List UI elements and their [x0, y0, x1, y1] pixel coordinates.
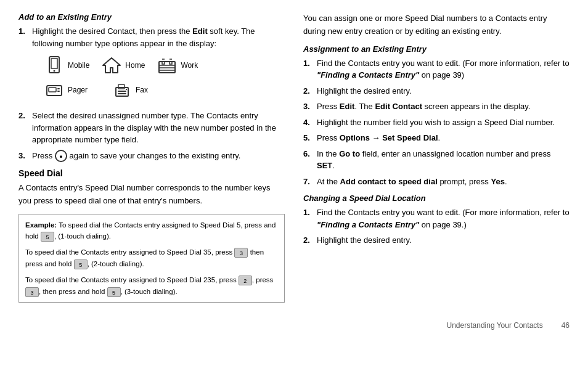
icon-row-2: Pager Fax [44, 80, 285, 100]
work-icon [157, 55, 177, 75]
step-3: 3. Press ● again to save your changes to… [18, 150, 285, 163]
home-icon-item: Home [102, 55, 145, 75]
svg-rect-4 [159, 62, 175, 73]
pager-icon [44, 80, 64, 100]
page-footer: Understanding Your Contacts 46 [18, 321, 570, 330]
left-column: Add to an Existing Entry 1. Highlight th… [18, 12, 285, 309]
right-step-5: 5. Press Options → Set Speed Dial. [303, 132, 570, 144]
fax-label: Fax [136, 84, 148, 96]
right-step-7: 7. At the Add contact to speed dial prom… [303, 176, 570, 188]
icon-row-1: Mobile Home [44, 55, 285, 75]
pager-icon-item: Pager [44, 80, 88, 100]
svg-rect-18 [118, 91, 126, 92]
changing-steps: 1. Find the Contacts entry you want to e… [303, 206, 570, 247]
right-step-3: 3. Press Edit. The Edit Contact screen a… [303, 100, 570, 113]
btn-235b-icon: 3 [25, 287, 39, 297]
changing-step-1: 1. Find the Contacts entry you want to e… [303, 206, 570, 231]
step-2: 2. Select the desired unassigned number … [18, 110, 285, 146]
svg-rect-14 [57, 88, 60, 89]
step-1: 1. Highlight the desired Contact, then p… [18, 25, 285, 106]
right-intro: You can assign one or more Speed Dial nu… [303, 12, 570, 38]
assignment-steps: 1. Find the Contacts entry you want to e… [303, 57, 570, 188]
page-number: 46 [561, 321, 570, 330]
pager-label: Pager [68, 84, 88, 96]
changing-title: Changing a Speed Dial Location [303, 194, 570, 203]
mobile-icon [44, 55, 64, 75]
home-label: Home [125, 60, 145, 71]
btn-235a-icon: 2 [239, 276, 252, 285]
footer-text: Understanding Your Contacts [447, 321, 543, 330]
btn-5-icon: 5 [41, 232, 54, 242]
btn-35a-icon: 3 [234, 248, 248, 258]
svg-point-2 [54, 70, 55, 72]
speed-dial-desc: A Contacts entry's Speed Dial number cor… [18, 182, 285, 208]
svg-rect-15 [57, 91, 60, 92]
svg-rect-6 [169, 62, 172, 64]
svg-marker-3 [103, 58, 120, 73]
assignment-title: Assignment to an Existing Entry [303, 44, 570, 54]
svg-rect-13 [49, 88, 56, 92]
right-step-1: 1. Find the Contacts entry you want to e… [303, 57, 570, 81]
ok-button-icon: ● [55, 150, 67, 162]
right-step-6: 6. In the Go to field, enter an unassign… [303, 148, 570, 172]
add-existing-title: Add to an Existing Entry [18, 12, 285, 22]
fax-icon [112, 80, 132, 100]
svg-rect-1 [51, 59, 57, 68]
example-label: Example: [25, 221, 57, 229]
mobile-icon-item: Mobile [44, 55, 89, 75]
svg-rect-20 [126, 89, 127, 90]
changing-step-2: 2. Highlight the desired entry. [303, 234, 570, 247]
example-box: Example: To speed dial the Contacts entr… [18, 214, 285, 303]
fax-icon-item: Fax [112, 80, 148, 100]
svg-rect-19 [118, 93, 126, 94]
work-icon-item: Work [157, 55, 198, 75]
right-column: You can assign one or more Speed Dial nu… [303, 12, 570, 309]
right-step-2: 2. Highlight the desired entry. [303, 85, 570, 97]
icon-grid: Mobile Home [44, 55, 285, 100]
btn-235c-icon: 5 [107, 287, 121, 297]
right-step-4: 4. Highlight the number field you wish t… [303, 116, 570, 129]
btn-35b-icon: 5 [74, 259, 88, 269]
speed-dial-title: Speed Dial [18, 168, 285, 178]
work-label: Work [181, 60, 198, 71]
svg-rect-5 [162, 62, 165, 64]
home-icon [102, 55, 121, 75]
mobile-label: Mobile [68, 60, 89, 71]
